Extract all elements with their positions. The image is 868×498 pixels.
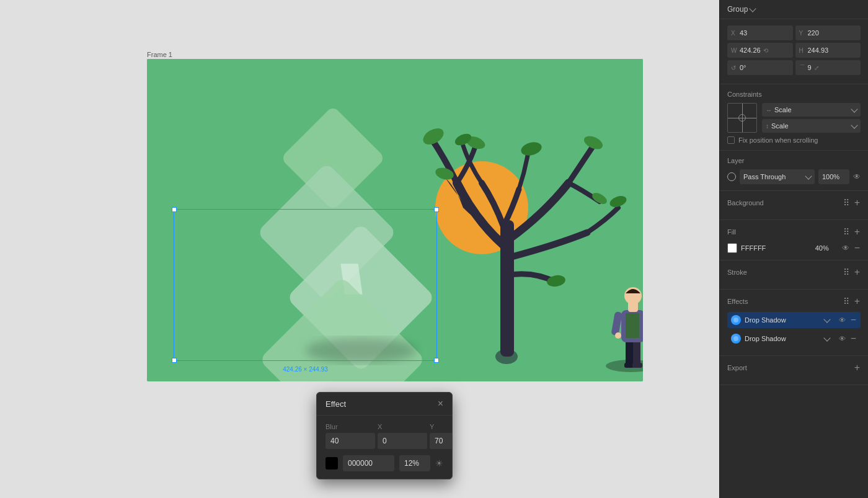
background-header: Background ⠿ + (727, 197, 861, 208)
illustration-svg (147, 59, 643, 381)
effect-eye-2[interactable]: 👁 (838, 334, 846, 343)
fix-position-row: Fix position when scrolling (727, 136, 861, 144)
effects-add-button[interactable]: + (854, 296, 861, 307)
effect-chevron-2 (823, 334, 830, 341)
constraints-header: Constraints (727, 91, 861, 98)
blur-value-field[interactable]: 40 (326, 433, 375, 449)
fill-eye-icon[interactable]: 👁 (841, 243, 850, 253)
effect-popup: Effect × Blur X Y 40 0 70 (316, 392, 453, 479)
w-label: W (731, 47, 737, 54)
y-value: 220 (808, 29, 819, 37)
opacity-value: 100% (822, 173, 839, 180)
v-constraint-value: Scale (771, 122, 849, 130)
rotation-field[interactable]: ↺ 0° (727, 60, 793, 75)
stroke-add-button[interactable]: + (854, 267, 861, 278)
blend-icon (727, 172, 736, 181)
effect-icon-1 (731, 315, 741, 325)
fill-add-button[interactable]: + (854, 226, 861, 238)
opacity-field[interactable]: 12% (399, 455, 430, 471)
lock-icon[interactable]: ⟲ (763, 47, 768, 54)
effect-eye-1[interactable]: 👁 (838, 316, 846, 324)
fix-position-checkbox[interactable] (727, 136, 735, 144)
v-constraint-icon: ↕ (766, 123, 769, 130)
h-constraint-row[interactable]: ↔ Scale (762, 103, 861, 117)
h-label: H (799, 47, 805, 54)
fill-remove-button[interactable]: − (854, 242, 861, 254)
fill-section: Fill ⠿ + FFFFFF 40% 👁 − (720, 220, 868, 260)
popup-labels-row: Blur X Y (326, 423, 443, 430)
effects-title: Effects (727, 298, 748, 305)
constraint-dropdowns: ↔ Scale ↕ Scale (762, 103, 861, 133)
layer-eye-icon[interactable]: 👁 (853, 172, 861, 181)
effect-item-2[interactable]: Drop Shadow 👁 − (727, 331, 861, 347)
y-field[interactable]: Y 220 (795, 25, 861, 40)
fill-row: FFFFFF 40% 👁 − (727, 242, 861, 254)
v-constraint-chevron (851, 122, 857, 128)
background-section: Background ⠿ + (720, 191, 868, 220)
x-value-field[interactable]: 0 (378, 433, 427, 449)
effect-chevron-1 (823, 316, 830, 322)
effects-header: Effects ⠿ + (727, 296, 861, 307)
effects-grid-icon[interactable]: ⠿ (843, 296, 850, 307)
fill-title: Fill (727, 228, 736, 236)
position-size-section: X 43 Y 220 W 424.26 ⟲ H 244.93 ↺ 0° (720, 19, 868, 84)
frame-container: 424.26 × 244.93 (147, 59, 643, 381)
v-constraint-row[interactable]: ↕ Scale (762, 119, 861, 133)
position-row: X 43 Y 220 (727, 25, 861, 40)
fix-position-label: Fix position when scrolling (738, 136, 818, 144)
fill-header: Fill ⠿ + (727, 226, 861, 238)
height-field[interactable]: H 244.93 (795, 43, 861, 58)
group-chevron-icon[interactable] (750, 5, 756, 12)
blend-mode-select[interactable]: Pass Through (740, 169, 815, 184)
blur-label: Blur (326, 423, 375, 430)
rotation-icon: ↺ (731, 64, 737, 71)
expand-icon[interactable]: ⤢ (814, 64, 819, 71)
h-value: 244.93 (808, 47, 829, 54)
corner-value: 9 (808, 64, 812, 71)
popup-close-button[interactable]: × (438, 399, 443, 409)
opacity-field[interactable]: 100% (818, 169, 849, 184)
svg-point-25 (615, 332, 621, 339)
effect-item-1[interactable]: Drop Shadow 👁 − (727, 312, 861, 328)
export-title: Export (727, 364, 747, 371)
color-hex-field[interactable]: 000000 (343, 455, 394, 471)
layer-blend-row: Pass Through 100% 👁 (727, 169, 861, 184)
fill-color-value[interactable]: FFFFFF (741, 244, 812, 252)
h-constraint-chevron (851, 105, 857, 112)
constraints-section: Constraints ↔ Scale ↕ Scale (720, 84, 868, 151)
export-section: Export + (720, 356, 868, 385)
blend-chevron-icon (805, 172, 812, 179)
svg-rect-30 (632, 363, 642, 368)
effect-remove-1[interactable]: − (850, 314, 857, 326)
layer-title: Layer (727, 157, 745, 164)
effect-remove-2[interactable]: − (850, 333, 857, 344)
fill-grid-icon[interactable]: ⠿ (843, 226, 850, 238)
corner-icon: ⌒ (799, 63, 805, 72)
fill-opacity-value[interactable]: 40% (815, 244, 838, 252)
constraints-box: ↔ Scale ↕ Scale (727, 103, 861, 133)
background-add-button[interactable]: + (854, 197, 861, 208)
width-field[interactable]: W 424.26 ⟲ (727, 43, 793, 58)
constraint-visual (727, 103, 757, 133)
x-field[interactable]: X 43 (727, 25, 793, 40)
y-label: Y (430, 423, 453, 430)
background-title: Background (727, 199, 764, 207)
background-grid-icon[interactable]: ⠿ (843, 197, 850, 208)
frame-label: Frame 1 (147, 51, 172, 58)
y-value-field[interactable]: 70 (430, 433, 453, 449)
fill-color-swatch[interactable] (727, 243, 737, 253)
export-header: Export + (727, 362, 861, 373)
export-add-button[interactable]: + (854, 362, 861, 373)
rotation-value: 0° (740, 64, 746, 71)
rotation-corner-row: ↺ 0° ⌒ 9 ⤢ (727, 60, 861, 75)
corner-radius-field[interactable]: ⌒ 9 ⤢ (795, 60, 861, 75)
group-title-row: Group (720, 0, 868, 19)
effect-name-1: Drop Shadow (745, 316, 821, 324)
popup-color-row: 000000 12% ☀ (326, 455, 443, 471)
stroke-section: Stroke ⠿ + (720, 260, 868, 290)
effect-name-2: Drop Shadow (745, 335, 821, 342)
w-value: 424.26 (740, 47, 761, 54)
color-swatch[interactable] (326, 457, 338, 469)
stroke-grid-icon[interactable]: ⠿ (843, 267, 850, 278)
size-row: W 424.26 ⟲ H 244.93 (727, 43, 861, 58)
